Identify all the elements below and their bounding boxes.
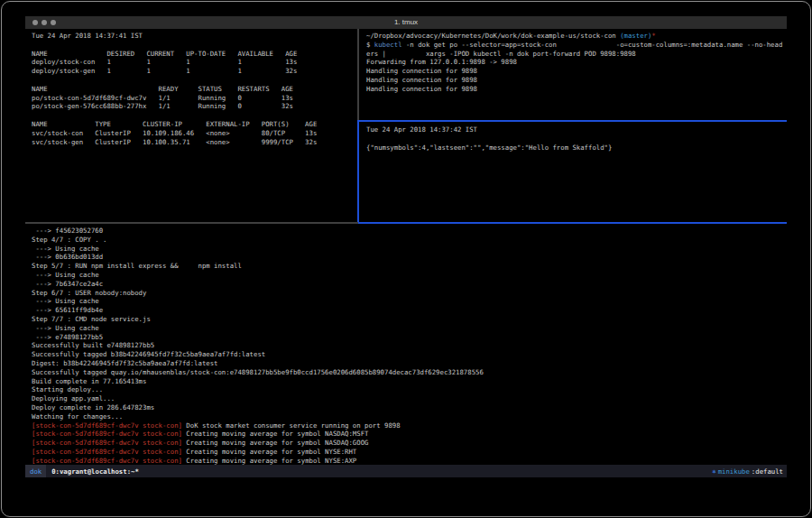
terminal-line: ~/Dropbox/advocacy/Kubernetes/DoK/work/d… bbox=[366, 32, 787, 41]
terminal-line: $ kubectl -n dok get po --selector=app=s… bbox=[366, 41, 787, 50]
terminal-line: Deploying app.yaml... bbox=[32, 394, 787, 403]
terminal-line: Handling connection for 9898 bbox=[366, 67, 787, 76]
terminal-line: NAME DESIRED CURRENT UP-TO-DATE AVAILABL… bbox=[32, 50, 356, 59]
terminal-line: [stock-con-5d7df689cf-dwc7v stock-con] C… bbox=[32, 439, 787, 448]
terminal-line: ---> 7b6347ce2a4c bbox=[32, 280, 787, 289]
window-title: 1. tmux bbox=[25, 18, 787, 26]
terminal-line: Step 6/7 : USER nobody:nobody bbox=[32, 289, 787, 298]
pane-divider-vertical-inactive bbox=[357, 29, 359, 120]
terminal-line: Handling connection for 9898 bbox=[366, 85, 787, 94]
terminal-line: Step 5/7 : RUN npm install express && np… bbox=[32, 262, 787, 271]
terminal-line: Handling connection for 9898 bbox=[366, 76, 787, 85]
terminal-line: {"numsymbols":4,"lastseen":"","message":… bbox=[366, 143, 787, 153]
terminal-line: ers | xargs -IPOD kubectl -n dok port-fo… bbox=[366, 50, 787, 59]
terminal-line: ---> Using cache bbox=[32, 324, 787, 333]
terminal-line: [stock-con-5d7df689cf-dwc7v stock-con] C… bbox=[32, 430, 787, 439]
pane-divider-horizontal-active-bottom bbox=[358, 222, 787, 224]
tmux-window-item[interactable]: 0:vagrant@localhost:~* bbox=[46, 467, 139, 476]
terminal-line: ---> Using cache bbox=[32, 297, 787, 306]
terminal-line: ---> 65611ff9db4e bbox=[32, 306, 787, 315]
pane-divider-horizontal-active-top bbox=[357, 120, 787, 122]
terminal-window: 1. tmux Tue 24 Apr 2018 14:37:41 IST NAM… bbox=[25, 16, 787, 477]
pane-divider-horizontal-inactive bbox=[25, 222, 358, 224]
pane-divider-vertical-active bbox=[357, 120, 359, 224]
terminal-line: ---> f45623052760 bbox=[32, 227, 787, 236]
terminal-line bbox=[32, 41, 356, 50]
pane-skaffold-build[interactable]: ---> f45623052760Step 4/7 : COPY . . ---… bbox=[25, 225, 787, 465]
terminal-line: NAME READY STATUS RESTARTS AGE bbox=[32, 85, 356, 94]
terminal-line: [stock-con-5d7df689cf-dwc7v stock-con] C… bbox=[32, 448, 787, 457]
kube-namespace: :default bbox=[752, 467, 783, 476]
window-titlebar: 1. tmux bbox=[25, 16, 787, 29]
terminal-line: ---> 0b636bd013dd bbox=[32, 253, 787, 262]
terminal-line: Step 7/7 : CMD node service.js bbox=[32, 315, 787, 324]
terminal-line bbox=[32, 76, 356, 85]
terminal-line: ---> Using cache bbox=[32, 245, 787, 254]
terminal-line: svc/stock-gen ClusterIP 10.100.35.71 <no… bbox=[32, 138, 356, 147]
tmux-session-name: dok bbox=[25, 465, 46, 477]
terminal-line: [stock-con-5d7df689cf-dwc7v stock-con] D… bbox=[32, 421, 787, 430]
terminal-line: NAME TYPE CLUSTER-IP EXTERNAL-IP PORT(S)… bbox=[32, 120, 356, 129]
terminal-line: Build complete in 77.165413ms bbox=[32, 377, 787, 386]
kubernetes-helm-icon: ⎈ bbox=[712, 467, 715, 476]
tmux-session: Tue 24 Apr 2018 14:37:41 IST NAME DESIRE… bbox=[25, 29, 787, 465]
terminal-line: Successfully tagged quay.io/mhausenblas/… bbox=[32, 368, 787, 377]
terminal-line bbox=[32, 111, 356, 120]
terminal-line: Successfully tagged b38b42246945fd7f32c5… bbox=[32, 350, 787, 359]
terminal-line: svc/stock-con ClusterIP 10.109.186.46 <n… bbox=[32, 129, 356, 138]
terminal-line: Tue 24 Apr 2018 14:37:41 IST bbox=[32, 32, 356, 41]
terminal-line bbox=[366, 134, 787, 143]
terminal-line: Starting deploy... bbox=[32, 385, 787, 394]
terminal-line: deploy/stock-gen 1 1 1 1 32s bbox=[32, 67, 356, 76]
terminal-line: deploy/stock-con 1 1 1 1 13s bbox=[32, 58, 356, 67]
terminal-line: po/stock-gen-576cc688bb-277hx 1/1 Runnin… bbox=[32, 102, 356, 111]
terminal-line: po/stock-con-5d7df689cf-dwc7v 1/1 Runnin… bbox=[32, 94, 356, 103]
terminal-line: Forwarding from 127.0.0.1:9898 -> 9898 bbox=[366, 58, 787, 67]
kube-context-name: minikube bbox=[718, 467, 750, 476]
terminal-line: [stock-con-5d7df689cf-dwc7v stock-con] C… bbox=[32, 457, 787, 465]
pane-service-response[interactable]: Tue 24 Apr 2018 14:37:42 IST {"numsymbol… bbox=[360, 123, 787, 222]
terminal-line: Digest: b38b42246945fd7f32c5ba9aea7af7fd… bbox=[32, 359, 787, 368]
terminal-line: Step 4/7 : COPY . . bbox=[32, 236, 787, 245]
pane-kubectl-watch[interactable]: Tue 24 Apr 2018 14:37:41 IST NAME DESIRE… bbox=[25, 29, 356, 221]
terminal-line: Deploy complete in 286.647823ms bbox=[32, 403, 787, 412]
terminal-line: ---> Using cache bbox=[32, 271, 787, 280]
tmux-status-bar: dok 0:vagrant@localhost:~* ⎈ minikube:de… bbox=[25, 465, 787, 477]
kube-context-segment: ⎈ minikube:default bbox=[712, 467, 787, 476]
terminal-line: Watching for changes... bbox=[32, 412, 787, 421]
terminal-line: Tue 24 Apr 2018 14:37:42 IST bbox=[366, 125, 787, 134]
pane-port-forward[interactable]: ~/Dropbox/advocacy/Kubernetes/DoK/work/d… bbox=[360, 29, 787, 119]
terminal-line: ---> e74898127bb5 bbox=[32, 333, 787, 342]
terminal-line: Successfully built e74898127bb5 bbox=[32, 341, 787, 350]
